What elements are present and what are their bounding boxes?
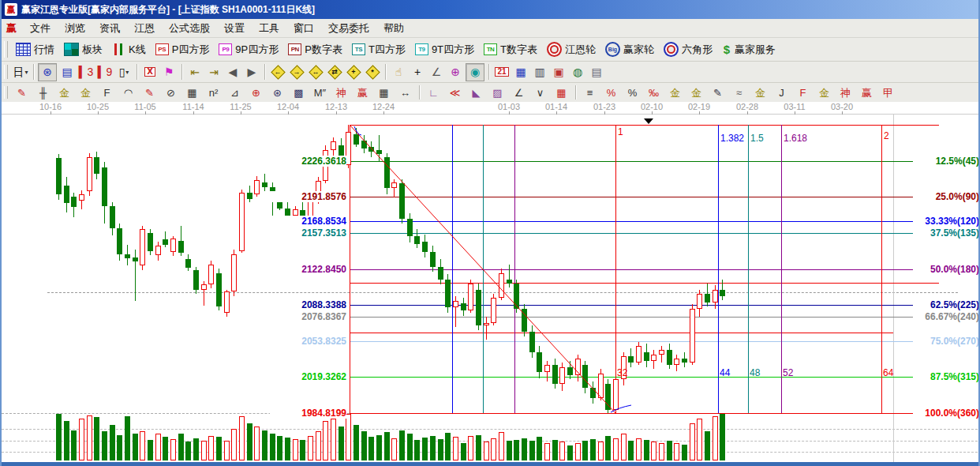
volume-bar: [87, 415, 92, 460]
volume-bar: [361, 431, 367, 460]
volume-bar: [407, 434, 413, 460]
volume-bar: [300, 440, 305, 460]
volume-bar: [117, 435, 122, 460]
gann-level-line: [350, 161, 914, 162]
gann-level-line: [350, 269, 914, 270]
volume-bar: [331, 419, 336, 460]
gann-level-line: [350, 333, 893, 333]
volume-bar: [102, 431, 107, 460]
chart-area[interactable]: 日K线 1A0001 上证指数 2260.8701 1984.8199 调整27…: [2, 0, 980, 466]
candle-body: [499, 273, 504, 299]
candle-body: [94, 157, 99, 174]
volume-bar: [651, 442, 656, 460]
candle-body: [682, 359, 687, 363]
candle-body: [216, 273, 222, 306]
price-level-label: 2191.8576: [270, 191, 346, 202]
candle-body: [331, 141, 336, 150]
candle-body: [87, 157, 92, 192]
candle-body: [484, 323, 489, 325]
candle-body: [529, 332, 535, 352]
candle-body: [422, 242, 428, 252]
time-cycle-bottom-label: 52: [783, 367, 793, 378]
volume-bar: [193, 438, 199, 460]
volume-bar: [155, 434, 161, 460]
volume-bar: [163, 437, 168, 460]
volume-bar: [277, 436, 282, 460]
candle-body: [407, 219, 413, 236]
margin-separator: [893, 115, 894, 462]
volume-bar: [285, 438, 290, 460]
dashed-gridline: [2, 429, 980, 430]
gann-level-line: [350, 305, 914, 306]
volume-bar: [414, 440, 420, 460]
time-cycle-top-label: 1.382: [720, 133, 744, 144]
volume-bar: [690, 423, 695, 460]
volume-bar: [185, 442, 191, 460]
gann-time-line: [748, 125, 749, 413]
volume-bar: [422, 438, 428, 460]
date-tick-mark: [193, 111, 194, 115]
volume-bar: [491, 438, 496, 460]
price-level-label: 2168.8534: [270, 216, 346, 227]
gann-level-line: [350, 341, 914, 342]
volume-bar: [239, 416, 245, 460]
volume-bar: [674, 443, 679, 460]
date-tick-label: 11-25: [222, 102, 260, 111]
volume-bar: [507, 441, 512, 460]
volume-bar: [224, 441, 230, 460]
candle-body: [133, 257, 138, 261]
candle-body: [705, 294, 710, 303]
date-tick-mark: [842, 111, 843, 115]
volume-bar: [308, 436, 313, 460]
candle-body: [605, 384, 611, 410]
volume-bar: [644, 440, 649, 460]
volume-bar: [133, 434, 138, 460]
volume-bar: [56, 414, 62, 460]
candle-body: [613, 379, 619, 409]
date-tick-label: 12-13: [317, 102, 355, 111]
percent-level-label: 100.0%(360): [913, 408, 979, 419]
volume-bar: [231, 429, 237, 460]
date-tick-label: 02-19: [680, 102, 718, 111]
gann-time-line: [483, 125, 484, 413]
cycle-marker-icon: [644, 118, 653, 124]
candle-body: [56, 158, 62, 194]
volume-bar: [544, 443, 550, 460]
date-tick-mark: [604, 111, 605, 115]
window-border-bottom: [2, 462, 978, 466]
volume-bar: [140, 431, 145, 460]
candle-body: [239, 193, 245, 251]
percent-level-label: 25.0%(90): [913, 191, 979, 202]
volume-bar: [339, 427, 344, 460]
date-tick-label: 10-16: [32, 102, 69, 111]
gann-level-line: [350, 125, 939, 126]
candle-body: [445, 280, 451, 308]
volume-bar: [254, 427, 260, 460]
candle-body: [438, 267, 443, 280]
candle-body: [644, 352, 649, 361]
candle-body: [254, 180, 260, 195]
volume-bar: [170, 439, 176, 460]
candle-body: [582, 365, 588, 388]
candle-body: [125, 254, 130, 258]
date-tick-label: 01-14: [537, 102, 575, 111]
candle-body: [713, 290, 718, 303]
time-cycle-top-label: 2: [884, 130, 889, 141]
candle-body: [140, 229, 145, 265]
candle-body: [64, 186, 69, 203]
date-tick-mark: [556, 111, 557, 115]
candle-body: [651, 355, 656, 361]
gann-level-line: [350, 377, 914, 378]
volume-bar: [628, 441, 634, 460]
volume-bar: [529, 441, 535, 460]
volume-bar: [216, 437, 222, 460]
candle-body: [537, 352, 542, 372]
price-level-label: 2157.3513: [270, 227, 346, 239]
volume-bar: [148, 440, 153, 460]
price-level-label: 2019.3262: [270, 371, 346, 382]
price-level-label: 2053.8325: [270, 336, 346, 347]
volume-bar: [667, 441, 672, 460]
volume-bar: [468, 436, 473, 460]
time-cycle-bottom-label: 48: [750, 367, 760, 378]
chart-background: [2, 102, 980, 462]
